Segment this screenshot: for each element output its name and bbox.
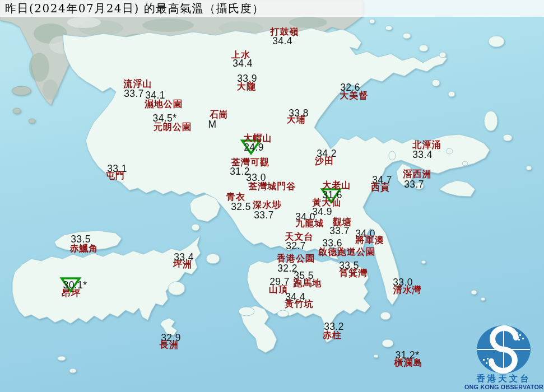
station-label: 流浮山 — [124, 78, 152, 90]
station-label: 大老山 — [323, 180, 351, 192]
station-label: 荃灣可觀 — [231, 157, 269, 169]
station-label: 將軍澳 — [356, 235, 384, 246]
hko-logo-chinese: 香港天文台 — [476, 374, 531, 384]
station-label: 大埔 — [287, 114, 306, 126]
hko-logo: 香港天文台 HONG KONG OBSERVATORY — [464, 321, 543, 391]
station-label: 觀塘 — [333, 217, 352, 228]
station-label: 大美督 — [340, 90, 369, 102]
hko-logo-emblem — [477, 325, 531, 374]
station-label: 上水 — [231, 49, 250, 61]
station-label: 北潭涌 — [413, 139, 441, 151]
station-value: 33.7 — [254, 209, 274, 221]
station-label: 清水灣 — [393, 284, 422, 296]
station-label: 跑馬地 — [294, 278, 322, 290]
station-label: 天文台 — [285, 231, 314, 243]
station-label: 滘西洲 — [403, 169, 432, 180]
station-label: 屯門 — [106, 170, 125, 182]
station-label: 石崗 — [210, 109, 229, 121]
station-label: 元朗公園 — [154, 122, 192, 133]
station-label: 黃大仙 — [313, 197, 341, 209]
station-label: 昂坪 — [62, 288, 81, 300]
station-label: 大隴 — [237, 81, 256, 93]
station-label: 青衣 — [226, 192, 245, 203]
station-label: 深水埗 — [253, 199, 282, 211]
station-label: 黃竹坑 — [285, 298, 314, 310]
station-label: 長洲 — [160, 339, 179, 351]
hko-logo-english: HONG KONG OBSERVATORY — [464, 384, 543, 390]
station-label: 九龍城 — [296, 218, 324, 230]
station-label: 香港公園 — [277, 253, 315, 265]
station-label: 荃灣城門谷 — [249, 181, 296, 193]
station-label: 打鼓嶺 — [271, 26, 299, 38]
station-label: 沙田 — [315, 156, 334, 167]
station-label: 啟德跑道公園 — [318, 246, 375, 258]
stations-layer: 34.4打鼓嶺34.4上水33.9大隴33.7流浮山34.1濕地公園34.5*元… — [0, 0, 544, 392]
station-label: 赤鱲角 — [70, 243, 99, 255]
station-label: 赤柱 — [323, 330, 342, 342]
station-label: 大帽山 — [244, 133, 272, 144]
station-label: 筲箕灣 — [340, 268, 368, 279]
weather-map-page: 昨日(2024年07月24日) 的最高氣溫（攝氏度） 34.4打鼓嶺34.4上水… — [0, 0, 544, 392]
station-value: 33.7 — [404, 179, 424, 190]
station-label: 坪洲 — [173, 259, 192, 270]
station-label: 橫瀾島 — [394, 357, 423, 369]
station-label: 濕地公園 — [145, 99, 183, 110]
station-label: 西貢 — [371, 182, 390, 194]
